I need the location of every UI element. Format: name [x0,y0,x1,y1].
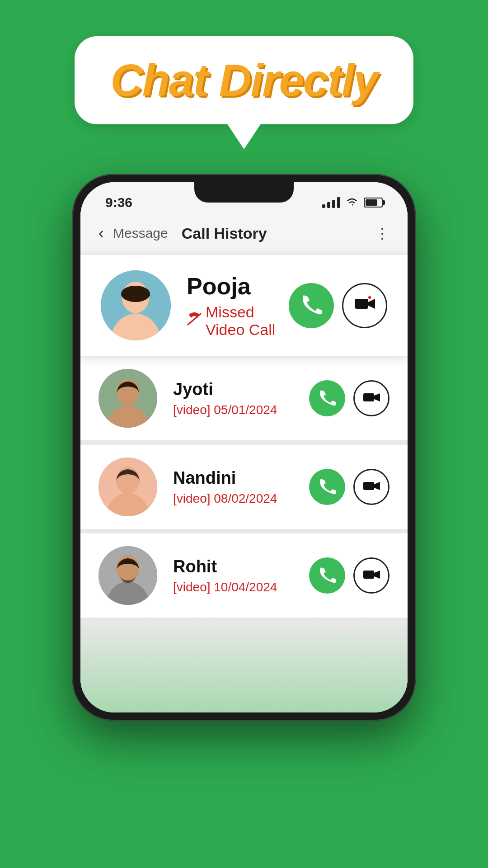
call-actions-rohit [309,557,389,594]
signal-icon [322,197,340,208]
bubble-text: Chat Directly [111,55,378,105]
call-item-jyoti: Jyoti [video] 05/01/2024 [80,356,408,440]
phone-mockup: 9:36 [72,174,416,721]
status-icons [322,196,383,210]
video-call-button-rohit[interactable] [353,557,389,594]
svg-rect-9 [363,393,374,401]
call-item-rohit: Rohit [video] 10/04/2024 [80,533,408,618]
page-title: Call History [182,225,267,242]
contact-status-jyoti: [video] 05/01/2024 [173,403,309,417]
video-call-button-pooja[interactable] [342,283,387,328]
contact-name-pooja: Pooja [187,273,289,300]
call-actions-nandini [309,469,389,505]
contact-info-pooja: Pooja Missed Video Call [187,273,289,339]
phone-call-button-nandini[interactable] [309,469,345,505]
avatar-jyoti [99,369,157,428]
video-call-button-nandini[interactable] [353,469,389,505]
avatar-nandini [99,458,157,516]
svg-point-6 [368,296,371,299]
svg-rect-12 [363,482,374,490]
contact-name-nandini: Nandini [173,468,309,488]
svg-rect-5 [355,299,368,309]
contact-status-pooja: Missed Video Call [187,303,289,339]
contact-info-rohit: Rohit [video] 10/04/2024 [173,557,309,594]
status-time: 9:36 [105,195,132,210]
phone-call-button-pooja[interactable] [289,283,334,328]
contact-status-nandini: [video] 08/02/2024 [173,491,309,506]
menu-button[interactable]: ⋮ [375,225,389,242]
video-call-button-jyoti[interactable] [353,380,389,416]
contact-info-nandini: Nandini [video] 08/02/2024 [173,468,309,506]
notch [194,182,294,203]
battery-icon [364,198,383,208]
avatar-rohit [99,546,157,605]
bottom-fade [80,622,408,712]
wifi-icon [346,196,358,210]
contact-name-jyoti: Jyoti [173,380,309,399]
phone-screen: 9:36 [80,182,408,712]
app-header: ‹ Message Call History ⋮ [80,215,408,255]
call-list: Pooja Missed Video Call [80,255,408,712]
call-actions-pooja [289,283,387,328]
call-actions-jyoti [309,380,389,416]
call-item-pooja: Pooja Missed Video Call [80,255,408,356]
speech-bubble: Chat Directly [75,36,414,124]
call-item-nandini: Nandini [video] 08/02/2024 [80,445,408,529]
contact-info-jyoti: Jyoti [video] 05/01/2024 [173,380,309,417]
phone-call-button-jyoti[interactable] [309,380,345,416]
missed-call-icon [187,312,202,330]
contact-status-rohit: [video] 10/04/2024 [173,580,309,594]
message-tab[interactable]: Message [113,226,168,241]
contact-name-rohit: Rohit [173,557,309,576]
avatar-pooja [101,270,171,340]
status-bar: 9:36 [80,182,408,215]
phone-call-button-rohit[interactable] [309,557,345,594]
svg-rect-15 [363,571,374,579]
back-button[interactable]: ‹ [99,224,104,243]
